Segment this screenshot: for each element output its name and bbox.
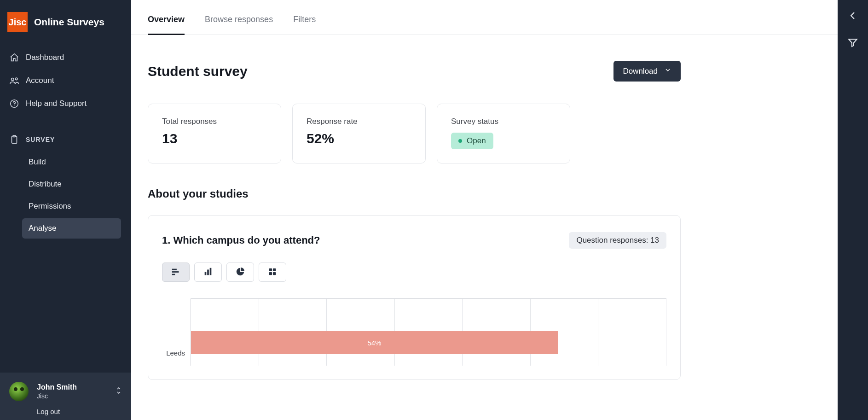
viz-buttons [162, 262, 666, 282]
tab-browse-responses[interactable]: Browse responses [205, 15, 273, 35]
grid-icon [267, 267, 278, 278]
status-badge: Open [451, 133, 493, 149]
avatar [9, 382, 29, 401]
svg-rect-10 [207, 269, 209, 275]
question-card: 1. Which campus do you attend? Question … [148, 215, 681, 380]
stat-value: 13 [162, 131, 267, 146]
nav-label: Account [26, 76, 54, 85]
subnav-build[interactable]: Build [22, 152, 121, 172]
home-icon [9, 52, 19, 63]
sort-icon [116, 386, 122, 397]
people-icon [9, 76, 19, 86]
user-menu[interactable]: John Smith Jisc [9, 382, 122, 401]
nav-label: Dashboard [26, 53, 64, 62]
svg-rect-9 [205, 272, 207, 275]
nav-account[interactable]: Account [5, 70, 127, 91]
stat-label: Response rate [307, 117, 411, 126]
sidebar: Jisc Online Surveys Dashboard Account [0, 0, 131, 420]
status-text: Open [467, 136, 486, 146]
viz-grid-button[interactable] [259, 262, 286, 282]
subnav-permissions[interactable]: Permissions [22, 196, 121, 216]
collapse-button[interactable] [845, 9, 860, 24]
filter-icon [847, 37, 858, 50]
pie-icon [235, 267, 245, 278]
tab-filters[interactable]: Filters [293, 15, 316, 35]
viz-pie-button[interactable] [226, 262, 254, 282]
clipboard-icon [9, 134, 19, 145]
right-rail [838, 0, 868, 420]
survey-subnav: Build Distribute Permissions Analyse [22, 152, 121, 239]
download-button[interactable]: Download [613, 61, 681, 82]
nav-section-survey: SURVEY [5, 129, 127, 150]
user-info: John Smith Jisc [37, 383, 107, 400]
svg-point-3 [14, 105, 14, 106]
sidebar-footer: John Smith Jisc Log out [0, 373, 131, 420]
stat-response-rate: Response rate 52% [292, 104, 426, 163]
brand-title: Online Surveys [34, 17, 104, 28]
question-header: 1. Which campus do you attend? Question … [162, 232, 666, 249]
question-title: 1. Which campus do you attend? [162, 234, 320, 246]
svg-point-0 [12, 78, 14, 81]
nav-section-label: SURVEY [26, 136, 55, 143]
brand-logo: Jisc [7, 12, 28, 32]
stats-row: Total responses 13 Response rate 52% Sur… [148, 104, 681, 163]
svg-rect-14 [269, 272, 272, 274]
svg-rect-6 [172, 268, 177, 270]
content: Student survey Download Total responses … [131, 35, 697, 398]
section-title: About your studies [148, 187, 681, 200]
chart-category-label: Leeds [162, 342, 191, 365]
svg-rect-12 [269, 268, 272, 271]
nav-help[interactable]: Help and Support [5, 93, 127, 114]
stat-total-responses: Total responses 13 [148, 104, 281, 163]
stat-value: 52% [307, 131, 411, 146]
chart: Leeds 54% [162, 298, 666, 366]
nav-label: Help and Support [26, 99, 87, 108]
page-title: Student survey [148, 64, 248, 79]
main-nav: Dashboard Account Help and Support SURVE… [5, 47, 127, 239]
svg-rect-11 [210, 268, 212, 275]
chevron-down-icon [664, 66, 671, 76]
svg-point-1 [15, 78, 17, 80]
stat-label: Survey status [451, 117, 556, 126]
hbar-icon [171, 267, 181, 278]
stat-label: Total responses [162, 117, 267, 126]
logout-link[interactable]: Log out [37, 408, 122, 415]
viz-hbar-button[interactable] [162, 262, 190, 282]
question-responses-pill: Question responses: 13 [569, 232, 666, 249]
brand[interactable]: Jisc Online Surveys [5, 12, 127, 32]
status-dot-icon [458, 139, 462, 143]
chart-y-labels: Leeds [162, 298, 191, 366]
title-row: Student survey Download [148, 61, 681, 82]
vbar-icon [203, 267, 213, 278]
stat-survey-status: Survey status Open [437, 104, 570, 163]
user-name: John Smith [37, 383, 107, 391]
svg-rect-7 [172, 271, 179, 273]
help-icon [9, 99, 19, 109]
chart-plot: 54% [191, 298, 666, 366]
svg-rect-15 [273, 272, 276, 274]
nav-dashboard[interactable]: Dashboard [5, 47, 127, 68]
download-label: Download [623, 67, 658, 76]
chart-bar: 54% [191, 331, 558, 354]
user-org: Jisc [37, 392, 107, 400]
subnav-distribute[interactable]: Distribute [22, 174, 121, 194]
filter-button[interactable] [845, 36, 860, 51]
subnav-analyse[interactable]: Analyse [22, 218, 121, 239]
chevron-left-icon [847, 10, 858, 23]
viz-vbar-button[interactable] [194, 262, 222, 282]
tab-overview[interactable]: Overview [148, 15, 185, 35]
svg-rect-13 [273, 268, 276, 271]
svg-rect-8 [172, 274, 175, 275]
main: Overview Browse responses Filters Studen… [131, 0, 838, 420]
tabbar: Overview Browse responses Filters [131, 0, 838, 35]
